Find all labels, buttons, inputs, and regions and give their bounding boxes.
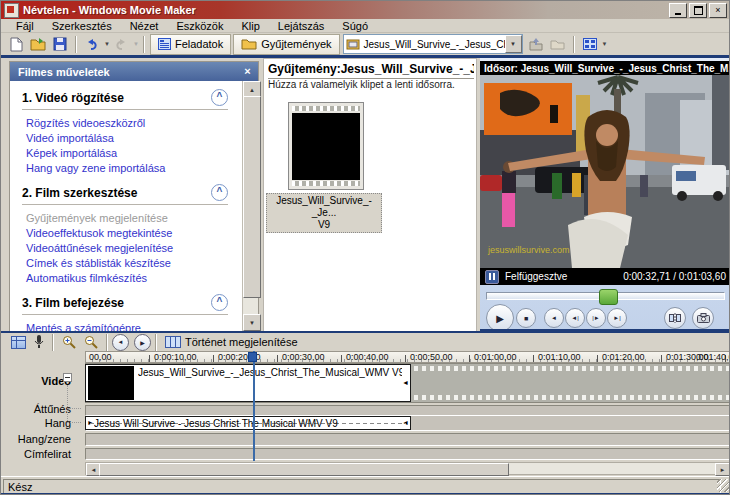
clip-trim-handle[interactable]: ◄ <box>402 379 409 387</box>
scroll-right-icon[interactable]: ► <box>715 463 730 476</box>
open-project-button[interactable] <box>27 35 49 54</box>
menu-play[interactable]: Lejátszás <box>269 20 333 32</box>
task-link-view-effects[interactable]: Videoeffektusok megtekintése <box>26 226 238 241</box>
toolbar-separator <box>106 334 108 351</box>
play-timeline-button[interactable]: ▶ <box>134 334 151 351</box>
playhead-marker[interactable] <box>248 352 257 362</box>
video-track-collapse-button[interactable] <box>63 373 72 382</box>
collection-pane: Gyűjtemény:Jesus_Will_Survive_-_J... Húz… <box>263 58 477 332</box>
split-clip-button[interactable] <box>664 307 686 329</box>
section-finish-movie[interactable]: 3. Film befejezése ^ <box>22 294 228 315</box>
track-label-transition[interactable]: Áttűnés <box>7 403 71 415</box>
scrollbar-thumb[interactable] <box>243 96 261 298</box>
ruler-label: 0:01:40,00 <box>696 352 730 362</box>
save-project-button[interactable] <box>49 35 71 54</box>
timeline-scrollbar[interactable]: ◄ ► <box>85 462 730 475</box>
audio-music-track[interactable] <box>85 433 730 446</box>
views-button[interactable] <box>579 35 601 54</box>
tasks-button[interactable]: Feladatok <box>150 34 231 55</box>
zoom-in-button[interactable] <box>58 334 80 350</box>
task-link-show-collections[interactable]: Gyűjtemények megjelenítése <box>26 211 238 226</box>
task-link-import-pictures[interactable]: Képek importálása <box>26 146 238 161</box>
collapse-chevron-icon[interactable]: ^ <box>211 89 228 106</box>
timeline-view-button[interactable] <box>7 334 30 350</box>
collection-clip-caption[interactable]: Jesus_Will_Survive_-_Je... V9 <box>266 193 382 233</box>
seek-bar[interactable] <box>486 292 725 300</box>
zoom-out-icon <box>84 335 98 349</box>
back-button[interactable]: ◄ <box>544 308 564 328</box>
timeline-video-clip[interactable]: Jesus_Will_Survive_-_Jesus_Christ_The_Mu… <box>85 364 411 402</box>
collection-combobox[interactable]: Jesus_Will_Survive_-_Jesus_Christ_The_Mu… <box>343 34 523 54</box>
take-picture-button[interactable] <box>692 307 714 329</box>
collections-button[interactable]: Gyűjtemények <box>233 34 339 55</box>
tasks-pane-scrollbar[interactable]: ▲ ▼ <box>242 81 258 331</box>
forward-button[interactable]: ►| <box>607 308 627 328</box>
zoom-out-button[interactable] <box>80 334 102 350</box>
minimize-button[interactable] <box>669 3 687 18</box>
collection-combobox-dropdown[interactable]: ▼ <box>505 35 522 53</box>
transition-track[interactable] <box>85 405 730 416</box>
menu-edit[interactable]: Szerkesztés <box>43 20 121 32</box>
task-link-view-transitions[interactable]: Videoáttűnések megjelenítése <box>26 241 238 256</box>
section-edit-movie[interactable]: 2. Film szerkesztése ^ <box>22 184 228 205</box>
up-level-icon <box>529 38 543 51</box>
resize-grip[interactable] <box>717 479 730 492</box>
tasks-pane-title: Filmes műveletek <box>18 66 110 78</box>
task-link-import-video[interactable]: Videó importálása <box>26 131 238 146</box>
maximize-button[interactable] <box>689 3 707 18</box>
task-link-save-computer[interactable]: Mentés a számítógépre <box>26 321 238 331</box>
toolbar-separator <box>155 334 157 351</box>
maximize-icon <box>694 6 703 15</box>
previous-frame-button[interactable]: ◄| <box>565 308 585 328</box>
camera-icon <box>697 313 710 323</box>
task-link-make-titles[interactable]: Címek és stáblisták készítése <box>26 256 238 271</box>
title-overlay-track[interactable] <box>85 448 730 460</box>
playhead-line[interactable] <box>253 351 255 461</box>
redo-button[interactable] <box>110 35 132 54</box>
menu-file[interactable]: Fájl <box>7 20 43 32</box>
track-label-video[interactable]: Videó <box>7 375 71 387</box>
track-label-audio[interactable]: Hang <box>7 417 71 429</box>
next-frame-button[interactable]: |► <box>586 308 606 328</box>
timeline-audio-clip[interactable]: ► Jesus Will Survive - Jesus Christ The … <box>85 416 411 430</box>
new-document-icon <box>10 37 23 52</box>
play-button[interactable]: ▶ <box>486 304 514 332</box>
new-collection-folder-button[interactable] <box>547 35 569 54</box>
timeline-scrollbar-thumb[interactable] <box>99 463 509 476</box>
views-dropdown-arrow[interactable]: ▼ <box>602 41 608 47</box>
undo-icon <box>85 38 99 51</box>
menu-tools[interactable]: Eszközök <box>167 20 232 32</box>
narrate-timeline-button[interactable] <box>30 334 48 350</box>
menu-help[interactable]: Súgó <box>333 20 377 32</box>
show-storyboard-button[interactable]: Történet megjelenítése <box>161 334 302 350</box>
rewind-timeline-button[interactable]: ◄ <box>112 334 129 351</box>
new-project-button[interactable] <box>5 35 27 54</box>
timeline-ruler[interactable]: 00,00 0:00:10,00 0:00:20,00 0:00:30,00 0… <box>85 351 730 363</box>
task-link-capture-device[interactable]: Rögzítés videoeszközről <box>26 116 238 131</box>
close-button[interactable]: × <box>709 3 727 18</box>
task-link-automovie[interactable]: Automatikus filmkészítés <box>26 271 238 286</box>
up-one-level-button[interactable] <box>525 35 547 54</box>
collection-clip-thumbnail[interactable] <box>288 102 364 190</box>
track-label-title-overlay[interactable]: Címfelirat <box>7 448 71 460</box>
monitor-time: 0:00:32,71 / 0:01:03,60 <box>623 271 726 282</box>
track-label-audio-music[interactable]: Hang/zene <box>7 433 71 445</box>
collections-folder-icon <box>241 38 257 50</box>
tasks-pane-body: 1. Videó rögzítése ^ Rögzítés videoeszkö… <box>10 81 242 331</box>
views-grid-icon <box>583 38 597 50</box>
seek-thumb[interactable] <box>599 289 618 305</box>
undo-button[interactable] <box>81 35 103 54</box>
ruler-label: 00,00 <box>89 352 112 362</box>
tasks-pane-header: Filmes műveletek × <box>10 62 258 81</box>
tasks-pane-close-icon[interactable]: × <box>241 65 254 78</box>
redo-dropdown-arrow[interactable]: ▼ <box>133 41 139 47</box>
task-link-import-audio[interactable]: Hang vagy zene importálása <box>26 161 238 176</box>
section-capture-video[interactable]: 1. Videó rögzítése ^ <box>22 89 228 110</box>
menu-clip[interactable]: Klip <box>232 20 268 32</box>
collapse-chevron-icon[interactable]: ^ <box>211 294 228 311</box>
scroll-down-icon[interactable]: ▼ <box>243 314 261 331</box>
collapse-chevron-icon[interactable]: ^ <box>211 184 228 201</box>
ruler-label: 0:00:50,00 <box>410 352 453 362</box>
menu-view[interactable]: Nézet <box>121 20 168 32</box>
stop-button[interactable]: ■ <box>516 308 536 328</box>
